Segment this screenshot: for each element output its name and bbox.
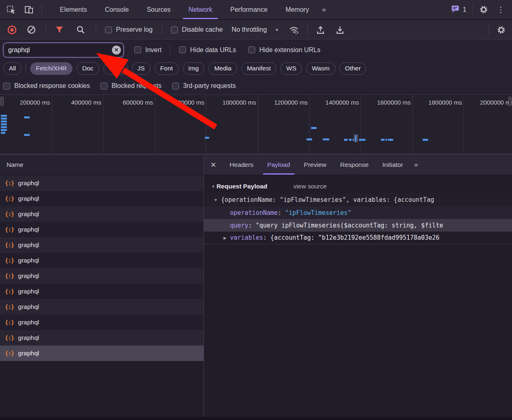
type-filter-img[interactable]: Img — [183, 62, 205, 75]
checkbox[interactable] — [172, 83, 179, 90]
device-toolbar-icon[interactable] — [24, 4, 34, 15]
network-overview-timeline[interactable]: 200000 ms400000 ms600000 ms800000 ms1000… — [0, 95, 512, 155]
checkbox[interactable] — [179, 46, 186, 53]
close-details-icon[interactable]: ✕ — [204, 161, 223, 169]
disable-cache-checkbox[interactable]: Disable cache — [171, 26, 223, 33]
collapse-triangle-icon[interactable]: ▼ — [211, 184, 215, 189]
divider — [42, 4, 42, 15]
type-filter-wasm[interactable]: Wasm — [306, 62, 335, 75]
inspect-element-icon[interactable] — [6, 4, 16, 15]
network-conditions-icon[interactable] — [289, 24, 299, 35]
checkbox[interactable] — [134, 46, 141, 53]
request-row[interactable]: {:}graphql — [0, 175, 203, 191]
more-tabs-icon[interactable]: » — [318, 6, 329, 14]
tab-memory[interactable]: Memory — [276, 0, 318, 19]
details-tab-initiator[interactable]: Initiator — [376, 155, 410, 175]
payload-entry-text: query: "query ipFlowTimeseries($accountT… — [230, 222, 443, 229]
type-filter-all[interactable]: All — [3, 62, 22, 75]
issues-button[interactable]: 1 — [451, 4, 466, 15]
name-column-label: Name — [7, 161, 23, 168]
request-row[interactable]: {:}graphql — [0, 222, 203, 237]
type-filter-other[interactable]: Other — [339, 62, 367, 75]
request-row[interactable]: {:}graphql — [0, 191, 203, 206]
settings-gear-icon[interactable] — [478, 4, 489, 15]
details-tab-response[interactable]: Response — [333, 155, 376, 175]
details-tab-payload[interactable]: Payload — [260, 155, 297, 175]
timeline-request-bar — [359, 139, 365, 141]
request-row[interactable]: {:}graphql — [0, 284, 203, 299]
checkbox[interactable] — [248, 46, 255, 53]
timeline-gridline — [258, 95, 258, 154]
details-more-tabs-icon[interactable]: » — [410, 161, 421, 169]
type-filter-media[interactable]: Media — [208, 62, 237, 75]
checkbox[interactable] — [171, 26, 178, 33]
name-column-header[interactable]: Name — [0, 155, 203, 175]
timeline-right-handle[interactable] — [508, 96, 512, 106]
divider — [26, 63, 26, 74]
type-filter-fetch-xhr[interactable]: Fetch/XHR — [30, 62, 72, 75]
preserve-log-checkbox[interactable]: Preserve log — [105, 26, 153, 33]
invert-label: Invert — [145, 46, 162, 54]
tab-sources[interactable]: Sources — [138, 0, 179, 19]
export-har-icon[interactable] — [335, 24, 345, 35]
request-row[interactable]: {:}graphql — [0, 206, 203, 222]
timeline-tick-label: 2000000 ms — [465, 99, 512, 106]
throttling-dropdown[interactable]: No throttling ▾ — [232, 26, 278, 33]
checkbox[interactable] — [3, 83, 10, 90]
invert-checkbox[interactable]: Invert — [134, 46, 162, 54]
request-payload-title: Request Payload — [217, 183, 267, 190]
filter-input[interactable] — [3, 43, 124, 57]
clear-filter-icon[interactable]: ✕ — [112, 46, 121, 55]
blocked-response-cookies-checkbox[interactable]: Blocked response cookies — [3, 82, 90, 90]
record-network-log-button[interactable] — [7, 24, 17, 35]
details-tab-headers[interactable]: Headers — [223, 155, 260, 175]
request-row[interactable]: {:}graphql — [0, 330, 203, 346]
3rd-party-requests-checkbox[interactable]: 3rd-party requests — [172, 82, 236, 90]
details-tab-preview[interactable]: Preview — [297, 155, 333, 175]
clear-network-log-button[interactable] — [26, 24, 37, 35]
hide-extension-urls-checkbox[interactable]: Hide extension URLs — [248, 46, 320, 54]
tab-network[interactable]: Network — [179, 0, 221, 19]
checkbox-label: 3rd-party requests — [183, 82, 236, 90]
type-filter-doc[interactable]: Doc — [77, 62, 99, 75]
payload-entry-text: variables: {accountTag: "b12e3b2192ee558… — [230, 234, 440, 241]
request-row[interactable]: {:}graphql — [0, 299, 203, 315]
payload-entry-variables[interactable]: ▶variables: {accountTag: "b12e3b2192ee55… — [204, 232, 512, 244]
tab-elements[interactable]: Elements — [51, 0, 96, 19]
type-filter-js[interactable]: JS — [132, 62, 151, 75]
network-settings-gear-icon[interactable] — [496, 24, 506, 35]
request-row[interactable]: {:}graphql — [0, 268, 203, 284]
timeline-left-handle[interactable] — [0, 96, 4, 106]
type-filter-ws[interactable]: WS — [280, 62, 302, 75]
throttling-value: No throttling — [232, 26, 267, 33]
view-source-link[interactable]: view source — [293, 183, 327, 190]
json-request-icon: {:} — [5, 195, 14, 202]
request-name: graphql — [18, 350, 39, 357]
tab-performance[interactable]: Performance — [221, 0, 277, 19]
import-har-icon[interactable] — [315, 24, 326, 35]
type-filter-manifest[interactable]: Manifest — [241, 62, 277, 75]
collapse-triangle-icon[interactable]: ▼ — [214, 198, 218, 202]
request-row[interactable]: {:}graphql — [0, 315, 203, 330]
request-row[interactable]: {:}graphql — [0, 237, 203, 253]
filter-funnel-icon[interactable] — [54, 24, 65, 35]
payload-entry-operationName[interactable]: operationName: "ipFlowTimeseries" — [204, 206, 512, 219]
payload-entry-query[interactable]: query: "query ipFlowTimeseries($accountT… — [204, 219, 512, 232]
hide-data-urls-checkbox[interactable]: Hide data URLs — [179, 46, 236, 54]
tab-console[interactable]: Console — [96, 0, 138, 19]
details-tab-bar: ✕ HeadersPayloadPreviewResponseInitiator… — [204, 155, 512, 175]
request-row[interactable]: {:}graphql — [0, 346, 203, 361]
more-options-icon[interactable]: ⋮ — [494, 5, 507, 14]
checkbox[interactable] — [101, 83, 107, 90]
search-icon[interactable] — [75, 24, 86, 35]
request-row[interactable]: {:}graphql — [0, 253, 203, 268]
type-filter-css[interactable]: CSS — [103, 62, 128, 75]
timeline-gridline — [103, 95, 103, 154]
blocked-requests-checkbox[interactable]: Blocked requests — [101, 82, 162, 90]
checkbox[interactable] — [105, 26, 112, 33]
type-filter-font[interactable]: Font — [155, 62, 179, 75]
payload-summary-row[interactable]: ▼ {operationName: "ipFlowTimeseries", va… — [204, 193, 512, 206]
timeline-tick-label: 800000 ms — [155, 99, 204, 106]
issues-count: 1 — [463, 6, 466, 13]
expand-triangle-icon[interactable]: ▶ — [223, 236, 227, 240]
